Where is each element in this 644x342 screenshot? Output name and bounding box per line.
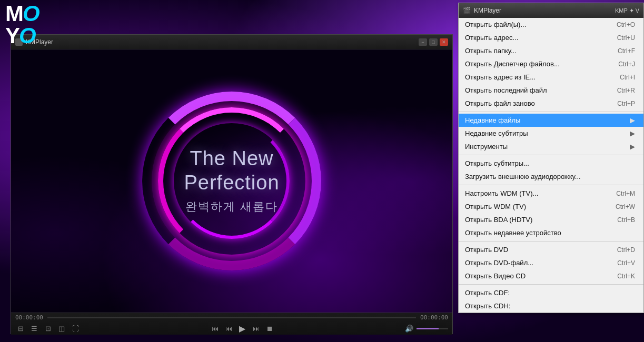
submenu-arrow-icon: ▶ xyxy=(630,143,635,150)
menu-item-shortcut: Ctrl+V xyxy=(617,259,635,267)
subtitles-button[interactable]: ⊟ xyxy=(15,323,26,334)
menu-item-shortcut: Ctrl+U xyxy=(617,34,635,42)
menu-item-open-subtitles[interactable]: Открыть субтитры... xyxy=(459,157,643,170)
menu-item-load-audio[interactable]: Загрузить внешнюю аудиодорожку... xyxy=(459,170,643,183)
controls-bottom: ⊟ ☰ ⊡ ◫ ⛶ ⏮ ⏮ ▶ ⏭ ⏹ 🔊 xyxy=(15,323,448,334)
video-text: The New Perfection 완벽하게 새롭다 xyxy=(184,147,279,215)
prev-chapter-button[interactable]: ⏮ xyxy=(210,323,220,334)
menu-item-open-last[interactable]: Открыть последний файл Ctrl+R xyxy=(459,84,643,97)
volume-icon[interactable]: 🔊 xyxy=(404,323,414,334)
player-titlebar: KMPlayer − □ ✕ xyxy=(11,35,452,49)
minimize-button[interactable]: − xyxy=(419,38,427,46)
menu-item-label: Открыть адрес из IE... xyxy=(465,73,609,81)
menu-item-tools[interactable]: Инструменты ▶ xyxy=(459,140,643,153)
capture-button[interactable]: ⊡ xyxy=(43,323,53,334)
menu-item-label: Открыть файл(ы)... xyxy=(465,21,606,28)
menu-item-shortcut: Ctrl+P xyxy=(617,100,635,107)
menu-item-label: Открыть WDM (TV) xyxy=(465,203,605,210)
menu-item-open-dvd-file[interactable]: Открыть DVD-файл... Ctrl+V xyxy=(459,256,643,269)
player-window: KMPlayer − □ ✕ The New Perfection 완벽하게 새… xyxy=(11,34,453,334)
play-button[interactable]: ▶ xyxy=(237,323,247,334)
menu-item-shortcut: Ctrl+K xyxy=(617,273,635,280)
menu-item-label: Открыть Диспетчер файлов... xyxy=(465,60,608,68)
logo-area: MO YO xyxy=(0,0,44,49)
video-title-korean: 완벽하게 새롭다 xyxy=(184,199,279,215)
menu-item-label: Открыть CDH: xyxy=(465,302,635,310)
menu-item-open-address[interactable]: Открыть адрес... Ctrl+U xyxy=(459,31,643,44)
maximize-button[interactable]: □ xyxy=(429,38,438,46)
menu-item-label: Инструменты xyxy=(465,143,628,150)
menu-item-open-ie[interactable]: Открыть адрес из IE... Ctrl+I xyxy=(459,71,643,84)
menu-title-left: 🎬 KMPlayer xyxy=(463,7,501,14)
menu-item-shortcut: Ctrl+J xyxy=(618,61,635,68)
logo-y: Y xyxy=(5,23,19,48)
menu-item-label: Открыть CDF: xyxy=(465,289,635,297)
menu-item-open-cdh[interactable]: Открыть CDH: xyxy=(459,299,643,313)
close-button[interactable]: ✕ xyxy=(440,38,448,46)
separator-5 xyxy=(459,284,643,285)
player-titlebar-right: − □ ✕ xyxy=(419,38,448,46)
submenu-arrow-icon: ▶ xyxy=(630,116,635,124)
menu-item-setup-wdm[interactable]: Настроить WDM (TV)... Ctrl+M xyxy=(459,187,643,200)
menu-item-open-folder[interactable]: Открыть папку... Ctrl+F xyxy=(459,44,643,57)
volume-fill xyxy=(417,328,439,329)
stop-button[interactable]: ⏹ xyxy=(264,323,275,334)
video-title-line1: The New xyxy=(190,147,273,169)
menu-item-label: Открыть BDA (HDTV) xyxy=(465,216,607,224)
next-button[interactable]: ⏭ xyxy=(251,323,261,334)
menu-item-file-manager[interactable]: Открыть Диспетчер файлов... Ctrl+J xyxy=(459,57,643,71)
menu-item-shortcut: Ctrl+W xyxy=(616,203,635,210)
menu-item-shortcut: Ctrl+F xyxy=(618,47,635,55)
menu-item-recent-subtitles[interactable]: Недавние субтитры ▶ xyxy=(459,127,643,140)
menu-item-open-cdf[interactable]: Открыть CDF: xyxy=(459,286,643,299)
volume-area: 🔊 xyxy=(404,323,448,334)
menu-item-open-files[interactable]: Открыть файл(ы)... Ctrl+O xyxy=(459,18,643,31)
menu-item-shortcut: Ctrl+I xyxy=(620,74,635,81)
menu-item-label: Открыть субтитры... xyxy=(465,159,635,167)
menu-item-label: Открыть файл заново xyxy=(465,99,607,107)
volume-bar[interactable] xyxy=(417,328,448,329)
menu-item-recent-files[interactable]: Недавние файлы ▶ xyxy=(459,114,643,127)
playlist-button[interactable]: ☰ xyxy=(29,323,39,334)
player-controls: 00:00:00 00:00:00 ⊟ ☰ ⊡ ◫ ⛶ ⏮ ⏮ ▶ ⏭ ⏹ 🔊 xyxy=(11,313,452,335)
bookmark-button[interactable]: ◫ xyxy=(56,323,67,334)
separator-2 xyxy=(459,155,643,155)
progress-bar[interactable] xyxy=(47,317,416,318)
menu-title-right: KMP ✦ V xyxy=(615,7,639,14)
menu-item-label: Открыть папку... xyxy=(465,47,607,55)
controls-top: 00:00:00 00:00:00 xyxy=(15,314,448,321)
menu-item-label: Загрузить внешнюю аудиодорожку... xyxy=(465,173,635,180)
menu-group-open: Открыть файл(ы)... Ctrl+O Открыть адрес.… xyxy=(459,18,643,110)
fullscreen-button[interactable]: ⛶ xyxy=(70,323,81,334)
menu-item-label: Открыть DVD-файл... xyxy=(465,259,607,267)
video-title-line2: Perfection xyxy=(184,172,279,194)
logo-line2: YO xyxy=(5,25,39,47)
separator-3 xyxy=(459,185,643,185)
menu-item-label: Открыть недавнее устройство xyxy=(465,229,635,237)
logo-line1: MO xyxy=(5,3,39,25)
menu-item-open-vcd[interactable]: Открыть Видео CD Ctrl+K xyxy=(459,269,643,283)
menu-item-recent-device[interactable]: Открыть недавнее устройство xyxy=(459,226,643,239)
menu-item-open-bda[interactable]: Открыть BDA (HDTV) Ctrl+B xyxy=(459,213,643,226)
context-menu-window: 🎬 KMPlayer KMP ✦ V Открыть файл(ы)... Ct… xyxy=(458,3,644,313)
menu-item-open-dvd[interactable]: Открыть DVD Ctrl+D xyxy=(459,243,643,256)
menu-item-label: Открыть адрес... xyxy=(465,34,607,42)
menu-item-label: Настроить WDM (TV)... xyxy=(465,189,606,197)
menu-item-label: Недавние файлы xyxy=(465,116,628,124)
time-total: 00:00:00 xyxy=(420,314,448,321)
menu-item-reopen[interactable]: Открыть файл заново Ctrl+P xyxy=(459,97,643,110)
logo-m: M xyxy=(5,1,23,26)
menu-item-open-wdm[interactable]: Открыть WDM (TV) Ctrl+W xyxy=(459,200,643,213)
prev-button[interactable]: ⏮ xyxy=(223,323,234,334)
menu-item-label: Недавние субтитры xyxy=(465,129,628,137)
video-area: The New Perfection 완벽하게 새롭다 xyxy=(11,49,452,313)
menu-item-shortcut: Ctrl+D xyxy=(617,246,635,254)
time-current: 00:00:00 xyxy=(15,314,43,321)
menu-app-icon: 🎬 xyxy=(463,7,471,14)
submenu-arrow-icon: ▶ xyxy=(630,129,635,137)
separator-4 xyxy=(459,241,643,242)
menu-item-shortcut: Ctrl+R xyxy=(617,87,635,94)
menu-item-shortcut: Ctrl+M xyxy=(616,190,635,197)
logo-o: O xyxy=(23,1,39,26)
menu-item-shortcut: Ctrl+O xyxy=(617,21,635,28)
